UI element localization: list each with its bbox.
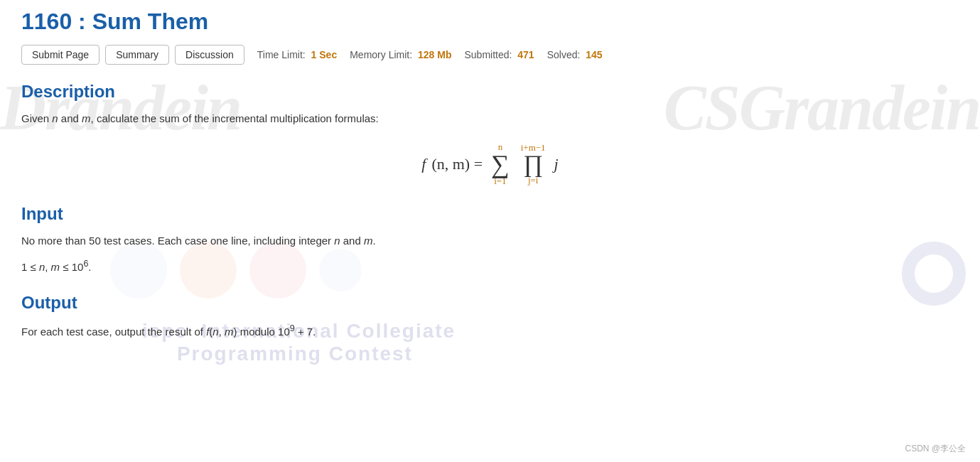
output-text: For each test case, output the result of… [21, 321, 959, 340]
input-constraint: 1 ≤ n, m ≤ 106. [21, 257, 959, 276]
output-title: Output [21, 293, 959, 313]
description-title: Description [21, 82, 959, 102]
page-title: 1160 : Sum Them [21, 9, 959, 35]
time-limit-label: Time Limit: 1 Sec [257, 49, 337, 60]
discussion-button[interactable]: Discussion [175, 45, 244, 65]
product-symbol: ∏ [523, 154, 543, 176]
time-limit-value: 1 Sec [311, 49, 338, 60]
formula-display: f (n, m) = n ∑ i=1 i+m−1 ∏ j=i j [21, 141, 959, 187]
memory-limit-value: 128 Mb [418, 49, 451, 60]
input-line1: No more than 50 test cases. Each case on… [21, 232, 959, 249]
main-content: 1160 : Sum Them Submit Page Summary Disc… [0, 0, 980, 355]
csdn-watermark: CSDN @李公全 [905, 443, 966, 455]
formula-j: j [554, 155, 559, 173]
solved-label: Solved: 145 [547, 49, 603, 60]
sigma-symbol: ∑ [491, 153, 510, 176]
memory-limit-label: Memory Limit: 128 Mb [350, 49, 451, 60]
product-lower: j=i [528, 175, 539, 186]
submitted-value: 471 [517, 49, 534, 60]
solved-value: 145 [586, 49, 602, 60]
submit-page-button[interactable]: Submit Page [21, 45, 99, 65]
input-title: Input [21, 204, 959, 224]
meta-info: Time Limit: 1 Sec Memory Limit: 128 Mb S… [257, 49, 603, 60]
submitted-label: Submitted: 471 [464, 49, 534, 60]
description-text: Given n and m, calculate the sum of the … [21, 110, 959, 127]
formula: f (n, m) = n ∑ i=1 i+m−1 ∏ j=i j [421, 141, 558, 187]
summary-button[interactable]: Summary [105, 45, 169, 65]
toolbar: Submit Page Summary Discussion Time Limi… [21, 45, 959, 65]
sigma-lower: i=1 [494, 176, 506, 187]
